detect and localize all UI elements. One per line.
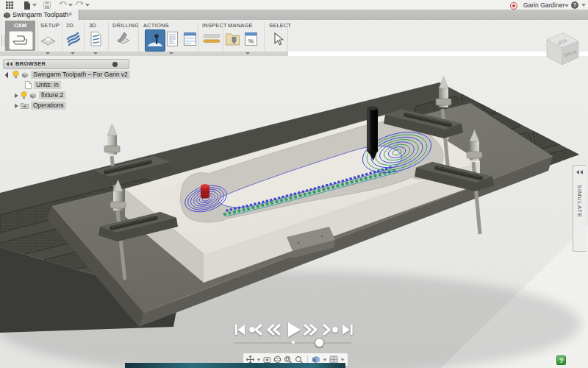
new-file-icon[interactable]	[24, 1, 30, 9]
ribbon-group-label-3d: 3D	[89, 22, 96, 29]
browser-collapse-icon[interactable]	[6, 62, 12, 66]
visibility-bulb-icon[interactable]	[21, 91, 27, 99]
tool-library-icon[interactable]	[225, 31, 240, 47]
go-to-start-button[interactable]	[235, 325, 245, 335]
view-cube[interactable]: TOP BACK	[540, 24, 584, 75]
fit-view-icon[interactable]	[263, 356, 271, 364]
tool-position-marker	[201, 184, 209, 199]
3d-milling-icon[interactable]	[88, 31, 104, 47]
3d-group-caret-icon[interactable]	[93, 52, 98, 54]
redo-icon[interactable]	[76, 1, 84, 9]
record-indicator-icon	[510, 2, 517, 10]
document-icon	[25, 81, 32, 89]
pan-caret-icon[interactable]	[257, 358, 261, 361]
timeline-tick-marker	[292, 341, 295, 344]
grid-layout-caret-icon[interactable]	[341, 358, 345, 361]
browser-row-operations[interactable]: Operations	[15, 102, 66, 110]
cutting-tool-model[interactable]	[367, 107, 378, 161]
simulate-panel-tab[interactable]: SIMULATE	[573, 165, 586, 252]
workspace-selector[interactable]: CAM	[5, 21, 35, 51]
simulate-panel-label: SIMULATE	[576, 185, 583, 218]
ribbon-toolbar: CAM SETUP 2D 3D DRILLING ACTIONS	[0, 20, 588, 52]
hint-help-badge[interactable]: ?	[556, 355, 566, 365]
component-icon	[29, 92, 37, 99]
timeline-thumbnail-strip	[125, 363, 345, 368]
cam-workspace-icon[interactable]	[9, 31, 33, 50]
post-process-icon[interactable]	[165, 31, 179, 47]
setup-group-caret-icon[interactable]	[46, 52, 50, 54]
save-icon[interactable]	[43, 1, 51, 9]
help-menu-icon[interactable]: ?	[571, 1, 578, 9]
ribbon-group-label-actions: ACTIONS	[143, 22, 169, 29]
svg-text:%: %	[248, 38, 254, 45]
document-tab-title: Swingarm Toolpath	[12, 11, 68, 18]
browser-options-icon[interactable]	[112, 62, 118, 67]
panel-expand-icon[interactable]	[576, 170, 583, 174]
inspect-icon[interactable]	[203, 34, 220, 44]
help-menu-caret-icon[interactable]	[581, 4, 586, 7]
fusion-app-window: Garin Gardiner ? Swingarm Toolpath × CAM…	[0, 0, 588, 368]
browser-units-label[interactable]: Units: in	[34, 81, 61, 89]
ribbon-group-label-drilling: DRILLING	[112, 22, 139, 29]
document-tab-bar: Swingarm Toolpath ×	[0, 10, 588, 20]
display-settings-caret-icon[interactable]	[323, 358, 327, 361]
feeds-speeds-icon[interactable]: %	[243, 31, 259, 47]
next-operation-button[interactable]	[324, 325, 338, 334]
go-to-end-button[interactable]	[343, 325, 353, 335]
browser-row-units[interactable]: Units: in	[25, 81, 61, 89]
previous-operation-button[interactable]	[249, 325, 261, 334]
ribbon-group-label-2d: 2D	[66, 22, 74, 29]
ribbon-group-label-manage: MANAGE	[228, 22, 253, 29]
timeline-slider-handle[interactable]	[315, 338, 324, 347]
new-file-dropdown-icon[interactable]	[32, 4, 37, 7]
expanded-caret-icon[interactable]	[5, 71, 11, 77]
drilling-icon[interactable]	[115, 31, 131, 47]
collapsed-caret-icon[interactable]	[15, 93, 18, 98]
user-menu[interactable]: Garin Gardiner	[523, 1, 564, 9]
step-back-button[interactable]	[268, 325, 279, 334]
play-button[interactable]	[288, 322, 301, 337]
browser-row-root[interactable]: Swingarm Toolpath – For Garin v2	[6, 71, 130, 79]
app-grid-icon[interactable]	[6, 1, 13, 9]
browser-panel-title: BROWSER	[15, 60, 46, 67]
document-tab[interactable]: Swingarm Toolpath ×	[0, 10, 79, 20]
browser-panel-header[interactable]: BROWSER	[3, 59, 129, 69]
simulation-playback-controls	[232, 322, 357, 339]
browser-fixture-label[interactable]: fixture:2	[39, 91, 65, 99]
component-icon	[21, 71, 29, 79]
2d-group-caret-icon[interactable]	[71, 52, 75, 54]
new-setup-icon[interactable]	[40, 31, 56, 47]
operations-folder-icon	[21, 102, 29, 109]
setup-sheet-icon[interactable]	[182, 31, 198, 47]
step-forward-button[interactable]	[305, 325, 316, 334]
browser-operations-label[interactable]: Operations	[31, 102, 66, 110]
browser-row-fixture[interactable]: fixture:2	[15, 91, 65, 99]
2d-milling-icon[interactable]	[65, 31, 81, 47]
3d-viewport[interactable]: BROWSER Swingarm Toolpath – For Garin v2…	[0, 56, 588, 368]
actions-group-caret-icon[interactable]	[169, 52, 173, 54]
quick-access-toolbar: Garin Gardiner ?	[0, 0, 588, 10]
collapsed-caret-icon[interactable]	[15, 104, 18, 108]
workspace-label: CAM	[5, 22, 35, 29]
tab-close-icon[interactable]: ×	[68, 10, 72, 18]
undo-icon[interactable]	[59, 1, 67, 9]
document-part-icon	[4, 12, 10, 18]
simulate-button-active[interactable]	[145, 29, 165, 52]
visibility-bulb-icon[interactable]	[12, 71, 19, 79]
select-cursor-icon[interactable]	[272, 32, 284, 47]
ribbon-group-label-setup: SETUP	[40, 22, 60, 29]
redo-dropdown-icon[interactable]	[85, 4, 90, 7]
undo-dropdown-icon[interactable]	[68, 4, 73, 7]
manage-group-caret-icon[interactable]	[245, 52, 250, 54]
user-menu-caret-icon[interactable]	[564, 4, 569, 7]
browser-root-label[interactable]: Swingarm Toolpath – For Garin v2	[31, 71, 130, 79]
